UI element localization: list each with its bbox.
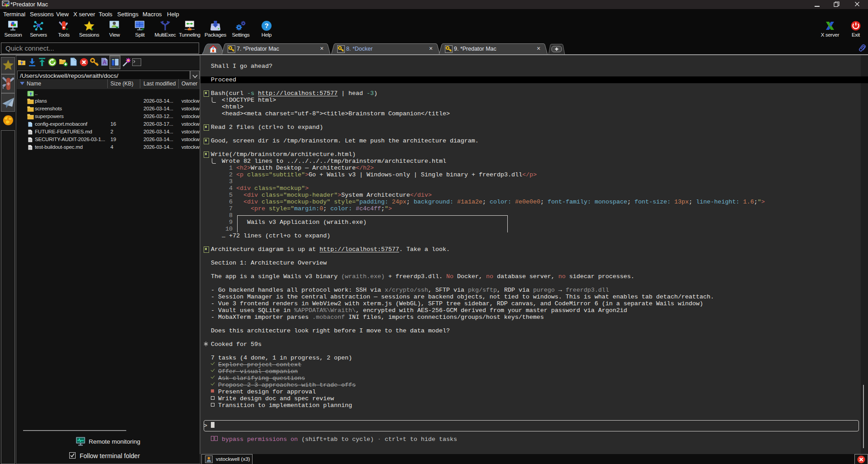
- svg-text:A: A: [103, 59, 107, 66]
- svg-text:?: ?: [265, 22, 269, 29]
